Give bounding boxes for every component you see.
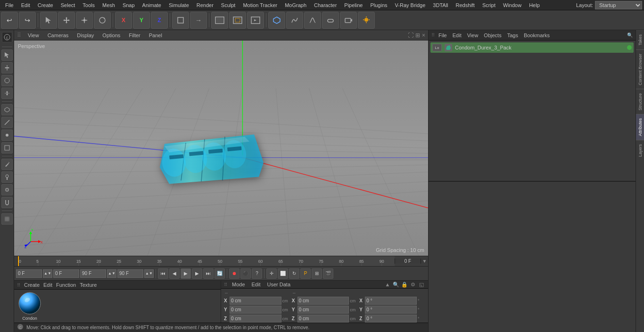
- loop-btn[interactable]: 🔄: [215, 268, 225, 279]
- viewport-close-icon[interactable]: ×: [422, 32, 425, 39]
- viewport-menu-filter[interactable]: Filter: [127, 32, 142, 39]
- obj-menu-view[interactable]: View: [465, 32, 480, 39]
- menu-help[interactable]: Help: [526, 1, 543, 9]
- obj-menu-bookmarks[interactable]: Bookmarks: [522, 32, 552, 39]
- attr-menu-edit[interactable]: Edit: [250, 281, 263, 288]
- tab-attributes[interactable]: Attributes: [636, 114, 644, 140]
- timeline-expand-btn[interactable]: ▼: [421, 259, 428, 264]
- menu-tools[interactable]: Tools: [79, 1, 98, 9]
- light-btn[interactable]: [358, 12, 375, 29]
- side-edge-btn[interactable]: [1, 117, 13, 128]
- x-axis-btn[interactable]: X: [115, 12, 132, 29]
- side-move-btn[interactable]: [1, 62, 13, 73]
- tab-content-browser[interactable]: Content Browser: [636, 49, 644, 89]
- mat-menu-edit[interactable]: Edit: [43, 282, 52, 288]
- render-to-picture-btn[interactable]: [247, 12, 264, 29]
- keyframe-btn[interactable]: ?: [252, 268, 262, 279]
- obj-menu-objects[interactable]: Objects: [482, 32, 503, 39]
- attr-icon-4[interactable]: ⚙: [409, 281, 417, 288]
- side-texture-btn[interactable]: [1, 213, 13, 225]
- side-select-btn[interactable]: [1, 49, 13, 61]
- side-point-btn[interactable]: [1, 130, 13, 141]
- viewport-menu-panel[interactable]: Panel: [147, 32, 164, 39]
- scale-tool[interactable]: [76, 12, 93, 29]
- menu-create[interactable]: Create: [34, 1, 57, 9]
- viewport-menu-options[interactable]: Options: [100, 32, 122, 39]
- select-box-btn[interactable]: ⬜: [278, 268, 288, 279]
- side-paint-btn[interactable]: [1, 184, 13, 195]
- menu-render[interactable]: Render: [193, 1, 217, 9]
- goto-start-btn[interactable]: ⏮: [158, 268, 168, 279]
- rot-z-input[interactable]: 0 °: [365, 315, 417, 323]
- move-mode-btn[interactable]: ✛: [266, 268, 277, 279]
- side-poly-btn[interactable]: [1, 104, 13, 115]
- side-object-btn[interactable]: [1, 142, 13, 154]
- tab-layers[interactable]: Layers: [636, 140, 644, 161]
- side-brush-btn[interactable]: [1, 171, 13, 183]
- pivot-btn[interactable]: P: [300, 268, 311, 279]
- render-frame-btn[interactable]: [211, 12, 228, 29]
- auto-key-btn[interactable]: ⚫: [240, 268, 251, 279]
- scale-x-input[interactable]: 0 cm: [297, 297, 349, 305]
- step-back-btn[interactable]: ◀: [169, 268, 180, 279]
- render-region-btn[interactable]: [229, 12, 246, 29]
- menu-file[interactable]: File: [2, 1, 17, 9]
- menu-animate[interactable]: Animate: [139, 1, 165, 9]
- mat-menu-create[interactable]: Create: [24, 282, 40, 288]
- y-axis-btn[interactable]: Y: [133, 12, 150, 29]
- attr-icon-5[interactable]: ◱: [418, 281, 425, 288]
- obj-visibility-dot[interactable]: [627, 45, 632, 50]
- object-mode-btn[interactable]: [172, 12, 189, 29]
- rotate-mode-btn[interactable]: ↻: [289, 268, 299, 279]
- spline-btn[interactable]: [286, 12, 303, 29]
- end-frame-field[interactable]: 90 F: [80, 269, 106, 278]
- select-tool[interactable]: [40, 12, 57, 29]
- attr-icon-2[interactable]: 🔍: [392, 281, 400, 288]
- menu-pipeline[interactable]: Pipeline: [341, 1, 366, 9]
- 3d-object-condom[interactable]: [150, 130, 268, 192]
- tab-structure[interactable]: Structure: [636, 89, 644, 114]
- menu-window[interactable]: Window: [500, 1, 525, 9]
- object-item-condom[interactable]: Lo Condom_Durex_3_Pack: [430, 42, 634, 53]
- menu-select[interactable]: Select: [58, 1, 79, 9]
- scale-z-input[interactable]: 0 cm: [297, 315, 349, 323]
- viewport-menu-display[interactable]: Display: [75, 32, 96, 39]
- material-sphere-container[interactable]: [18, 292, 41, 315]
- camera-btn[interactable]: [340, 12, 357, 29]
- attr-menu-mode[interactable]: Mode: [230, 281, 247, 288]
- rot-y-input[interactable]: 0 °: [365, 306, 417, 314]
- obj-search-icon[interactable]: 🔍: [627, 32, 633, 38]
- layout-dropdown[interactable]: Startup Standard Modeling: [595, 1, 642, 9]
- obj-menu-tags[interactable]: Tags: [505, 32, 520, 39]
- menu-mograph[interactable]: MoGraph: [281, 1, 310, 9]
- play-btn[interactable]: ▶: [181, 268, 191, 279]
- undo-button[interactable]: ↩: [1, 12, 18, 29]
- scale-y-input[interactable]: 0 cm: [297, 306, 349, 314]
- menu-3dtall[interactable]: 3DTAll: [429, 1, 451, 9]
- record-btn[interactable]: ⏺: [229, 268, 239, 279]
- viewport-settings-icon[interactable]: ⊞: [415, 32, 420, 39]
- start-frame-spinner[interactable]: ▲▼: [43, 269, 52, 278]
- pos-x-input[interactable]: 0 cm: [230, 297, 281, 305]
- menu-plugins[interactable]: Plugins: [367, 1, 390, 9]
- viewport-menu-cameras[interactable]: Cameras: [46, 32, 71, 39]
- timeline-ruler[interactable]: 0 5 10 15 20 25 30: [18, 256, 395, 267]
- menu-edit[interactable]: Edit: [18, 1, 33, 9]
- move-tool[interactable]: [58, 12, 75, 29]
- attr-icon-3[interactable]: 🔒: [401, 281, 408, 288]
- nurbs-btn[interactable]: [304, 12, 321, 29]
- end-frame2-field[interactable]: 90 F: [117, 269, 143, 278]
- move-arrow-btn[interactable]: →: [190, 12, 207, 29]
- menu-character[interactable]: Character: [311, 1, 340, 9]
- deformer-btn[interactable]: [322, 12, 339, 29]
- menu-simulate[interactable]: Simulate: [165, 1, 192, 9]
- end-frame2-spinner[interactable]: ▲▼: [144, 269, 154, 278]
- goto-end-btn[interactable]: ⏭: [203, 268, 214, 279]
- menu-script[interactable]: Script: [479, 1, 499, 9]
- end-frame-spinner[interactable]: ▲▼: [107, 269, 116, 278]
- attr-icon-1[interactable]: ▲: [384, 281, 391, 288]
- pos-y-input[interactable]: 0 cm: [230, 306, 281, 314]
- start-frame-field[interactable]: 0 F: [16, 269, 42, 278]
- menu-vray[interactable]: V-Ray Bridge: [392, 1, 429, 9]
- obj-menu-edit[interactable]: Edit: [451, 32, 463, 39]
